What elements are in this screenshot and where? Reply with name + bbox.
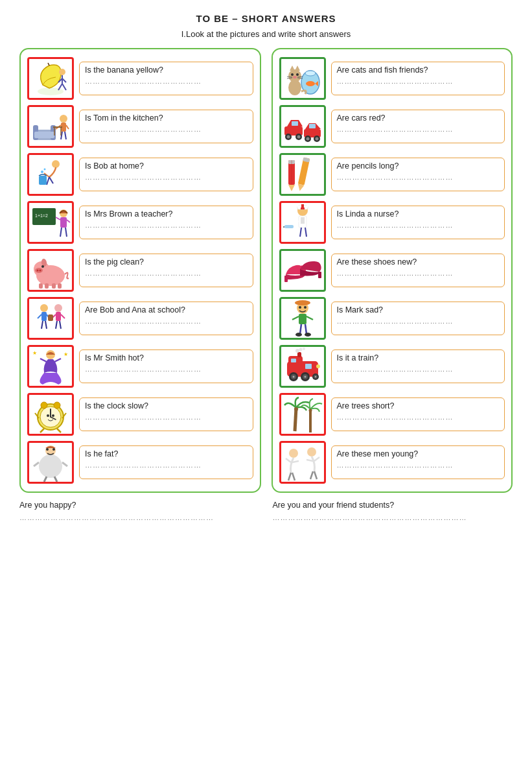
bottom-right-dots: …………………………………………………………………	[273, 514, 513, 521]
picture-pig	[27, 249, 74, 292]
svg-point-78	[39, 455, 62, 478]
answer-nurse[interactable]: Is Linda a nurse? ………………………………………	[331, 206, 505, 239]
svg-point-21	[52, 160, 60, 168]
question-hot: Is Mr Smith hot?	[85, 353, 248, 362]
picture-teacher: 1+1=2	[27, 201, 74, 244]
svg-text:★: ★	[32, 350, 37, 356]
answer-train[interactable]: Is it a train? ………………………………………	[331, 349, 505, 383]
svg-point-40	[40, 270, 41, 272]
svg-point-84	[52, 448, 55, 451]
svg-rect-134	[297, 301, 308, 304]
picture-men	[279, 441, 326, 484]
svg-marker-90	[295, 65, 300, 71]
dots-pig: ………………………………………	[85, 269, 248, 277]
svg-point-87	[306, 81, 315, 86]
picture-home	[27, 153, 74, 196]
question-kitchen: Is Tom in the kitchen?	[85, 113, 248, 123]
svg-point-141	[305, 333, 311, 337]
answer-cats[interactable]: Are cats and fish friends? ……………………………………	[331, 62, 505, 95]
dots-trees: ………………………………………	[337, 413, 500, 421]
svg-line-167	[286, 458, 291, 462]
svg-marker-112	[288, 185, 295, 191]
question-train: Is it a train?	[337, 353, 500, 362]
svg-point-154	[292, 376, 294, 378]
svg-point-161	[316, 364, 320, 368]
svg-line-69	[40, 429, 44, 432]
qa-row-pig: Is the pig clean? ………………………………………	[27, 249, 253, 292]
svg-point-92	[296, 73, 299, 76]
answer-mark[interactable]: Is Mark sad? ………………………………………	[331, 302, 505, 335]
answer-hot[interactable]: Is Mr Smith hot? ………………………………………	[79, 349, 253, 383]
answer-cars[interactable]: Are cars red? ………………………………………	[331, 110, 505, 143]
bottom-left-question-text: Are you happy?	[19, 501, 260, 510]
answer-pig[interactable]: Is the pig clean? ………………………………………	[79, 254, 253, 287]
svg-marker-116	[296, 184, 304, 192]
svg-point-157	[304, 376, 306, 378]
dots-clock: ………………………………………	[85, 413, 248, 421]
answer-pencils[interactable]: Are pencils long? ………………………………………	[331, 158, 505, 191]
svg-point-93	[293, 76, 297, 78]
question-pencils: Are pencils long?	[337, 161, 500, 171]
question-clock: Is the clock slow?	[85, 401, 248, 410]
answer-kitchen[interactable]: Is Tom in the kitchen? ………………………………………	[79, 110, 253, 143]
svg-point-42	[41, 265, 44, 268]
answer-trees[interactable]: Are trees short? ………………………………………	[331, 397, 505, 431]
answer-school[interactable]: Are Bob and Ana at school? ……………………………………	[79, 302, 253, 335]
qa-row-mark: Is Mark sad? ………………………………………	[279, 297, 505, 340]
svg-rect-59	[48, 314, 53, 321]
answer-shoes[interactable]: Are these shoes new? ………………………………………	[331, 254, 505, 287]
answer-home[interactable]: Is Bob at home? ………………………………………	[79, 158, 253, 191]
svg-rect-130	[284, 276, 288, 282]
bottom-left-dots: …………………………………………………………………	[19, 514, 260, 521]
answer-clock[interactable]: Is the clock slow? ………………………………………	[79, 397, 253, 431]
qa-row-pencils: Are pencils long? ………………………………………	[279, 153, 505, 196]
svg-line-1	[48, 63, 49, 65]
svg-point-91	[291, 73, 294, 76]
picture-fat	[27, 441, 74, 484]
svg-rect-147	[305, 364, 312, 369]
dots-fat: ………………………………………	[85, 461, 248, 469]
picture-pencils	[279, 153, 326, 196]
svg-line-175	[310, 471, 313, 479]
svg-rect-122	[301, 204, 304, 207]
qa-row-kitchen: Is Tom in the kitchen? ………………………………………	[27, 105, 253, 148]
dots-school: ………………………………………	[85, 317, 248, 325]
svg-text:★: ★	[64, 351, 68, 357]
dots-men: ………………………………………	[337, 461, 500, 469]
svg-point-53	[54, 304, 62, 312]
answer-banana[interactable]: Is the banana yellow? ………………………………………	[79, 62, 253, 95]
right-column: Are cats and fish friends? ……………………………………	[272, 48, 513, 493]
dots-nurse: ………………………………………	[337, 221, 500, 229]
qa-row-cars: Are cars red? ………………………………………	[279, 105, 505, 148]
qa-row-men: Are these men young? ………………………………………	[279, 441, 505, 484]
svg-point-75	[47, 414, 49, 417]
question-pig: Is the pig clean?	[85, 257, 248, 266]
qa-row-trees: Are trees short? ………………………………………	[279, 393, 505, 436]
picture-train	[279, 345, 326, 388]
answer-fat[interactable]: Is he fat? ………………………………………	[79, 445, 253, 479]
question-shoes: Are these shoes new?	[337, 257, 500, 266]
answer-teacher[interactable]: Is Mrs Brown a teacher? ………………………………………	[79, 206, 253, 239]
svg-point-102	[286, 136, 290, 139]
picture-kitchen	[27, 105, 74, 148]
qa-row-clock: Is the clock slow? ………………………………………	[27, 393, 253, 436]
answer-men[interactable]: Are these men young? ………………………………………	[331, 445, 505, 479]
svg-line-82	[54, 477, 57, 482]
dots-mark: ………………………………………	[337, 317, 500, 325]
qa-row-banana: Is the banana yellow? ………………………………………	[27, 57, 253, 100]
question-banana: Is the banana yellow?	[85, 65, 248, 75]
picture-mark	[279, 297, 326, 340]
dots-hot: ………………………………………	[85, 365, 248, 373]
svg-point-165	[308, 409, 312, 412]
svg-line-169	[288, 473, 291, 480]
svg-point-151	[303, 348, 305, 350]
question-cars: Are cars red?	[337, 113, 500, 123]
svg-line-174	[314, 471, 317, 479]
svg-rect-126	[284, 225, 294, 228]
picture-trees	[279, 393, 326, 436]
svg-line-162	[295, 408, 296, 431]
question-teacher: Is Mrs Brown a teacher?	[85, 209, 248, 219]
svg-point-86	[305, 71, 316, 76]
picture-hot: ★ ★	[27, 345, 74, 388]
svg-point-38	[35, 268, 43, 273]
